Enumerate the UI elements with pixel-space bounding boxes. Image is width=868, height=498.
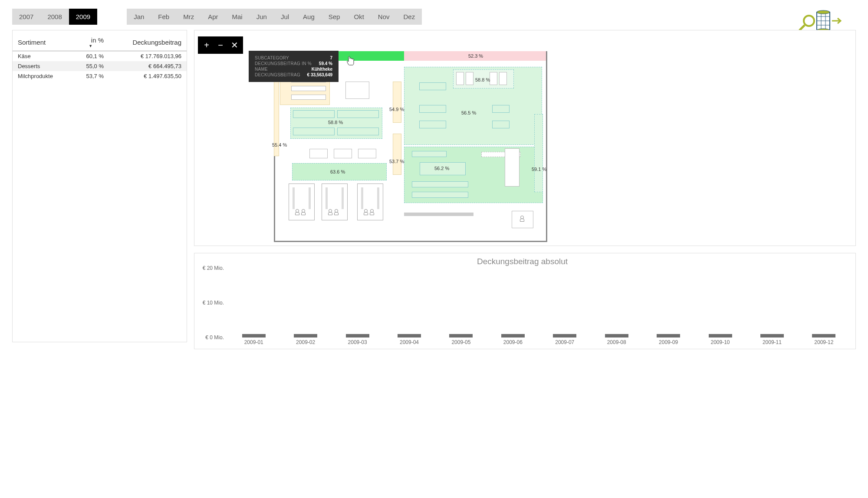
- table-row[interactable]: Milchprodukte 53,7 % € 1.497.635,50: [13, 71, 187, 81]
- cursor-icon: [346, 56, 355, 68]
- sortiment-table[interactable]: Sortiment in %▼ Deckungsbeitrag Käse 60,…: [13, 34, 187, 81]
- bar[interactable]: [594, 334, 639, 337]
- x-tick: 2009-02: [283, 339, 328, 345]
- zoom-controls: + − ✕: [198, 36, 243, 54]
- tooltip: SUBCATEGORY7 DECKUNGSBEITRAG IN %59.4 % …: [249, 51, 339, 82]
- year-filter-group: 2007 2008 2009: [12, 9, 97, 25]
- x-tick: 2009-04: [386, 339, 432, 345]
- month-mar-button[interactable]: Mrz: [176, 9, 201, 25]
- month-oct-button[interactable]: Okt: [347, 9, 371, 25]
- zone-59-1[interactable]: [534, 114, 543, 192]
- bar[interactable]: [386, 334, 432, 337]
- bar[interactable]: [438, 334, 484, 337]
- zone-label: 58.8 %: [475, 77, 490, 82]
- x-tick: 2009-10: [697, 339, 743, 345]
- filter-bar: 2007 2008 2009 Jan Feb Mrz Apr Mai Jun J…: [12, 9, 856, 25]
- zone-label: 54.9 %: [389, 107, 404, 112]
- x-tick: 2009-12: [801, 339, 847, 345]
- table-row[interactable]: Desserts 55,0 % € 664.495,73: [13, 61, 187, 71]
- month-jul-button[interactable]: Jul: [274, 9, 296, 25]
- zone-label: 56.2 %: [434, 166, 449, 171]
- info-desk[interactable]: [512, 211, 533, 228]
- month-aug-button[interactable]: Aug: [296, 9, 322, 25]
- checkout-3[interactable]: [357, 183, 383, 220]
- chart-title: Deckungsbeitrag absolut: [198, 257, 847, 266]
- svg-point-8: [804, 16, 814, 26]
- col-percent[interactable]: in %▼: [72, 34, 109, 51]
- x-tick: 2009-03: [335, 339, 380, 345]
- x-tick: 2009-01: [231, 339, 276, 345]
- x-tick: 2009-08: [594, 339, 639, 345]
- chart-deckungsbeitrag[interactable]: Deckungsbeitrag absolut € 20 Mio. € 10 M…: [194, 253, 856, 349]
- month-nov-button[interactable]: Nov: [371, 9, 397, 25]
- zone-label: 55.4 %: [272, 142, 287, 147]
- zoom-in-button[interactable]: +: [200, 38, 214, 52]
- year-2009-button[interactable]: 2009: [69, 9, 97, 25]
- svg-point-6: [817, 10, 830, 14]
- year-2007-button[interactable]: 2007: [12, 9, 40, 25]
- month-sep-button[interactable]: Sep: [322, 9, 347, 25]
- bar[interactable]: [801, 334, 847, 337]
- bar[interactable]: [697, 334, 743, 337]
- bar[interactable]: [231, 334, 276, 337]
- zoom-reset-button[interactable]: ✕: [227, 38, 241, 52]
- month-dec-button[interactable]: Dez: [397, 9, 422, 25]
- month-feb-button[interactable]: Feb: [151, 9, 176, 25]
- y-tick: € 20 Mio.: [203, 265, 224, 271]
- sortiment-table-panel: Sortiment in %▼ Deckungsbeitrag Käse 60,…: [12, 30, 187, 342]
- x-tick: 2009-09: [645, 339, 691, 345]
- bar[interactable]: [542, 334, 588, 337]
- zone-yellow[interactable]: [393, 82, 401, 123]
- month-jan-button[interactable]: Jan: [127, 9, 151, 25]
- bar[interactable]: [335, 334, 380, 337]
- month-may-button[interactable]: Mai: [225, 9, 250, 25]
- col-sortiment[interactable]: Sortiment: [13, 34, 72, 51]
- zone-label: 59.1 %: [532, 167, 546, 172]
- x-tick: 2009-05: [438, 339, 484, 345]
- month-jun-button[interactable]: Jun: [250, 9, 274, 25]
- x-tick: 2009-11: [749, 339, 795, 345]
- bar[interactable]: [283, 334, 328, 337]
- bar[interactable]: [749, 334, 795, 337]
- x-tick: 2009-07: [542, 339, 588, 345]
- checkout-2[interactable]: [322, 183, 348, 220]
- y-tick: € 0 Mio.: [205, 334, 224, 341]
- zoom-out-button[interactable]: −: [214, 38, 227, 52]
- zone-yellow[interactable]: [393, 134, 401, 175]
- month-apr-button[interactable]: Apr: [201, 9, 225, 25]
- y-tick: € 10 Mio.: [203, 300, 224, 306]
- zone-label: 56.5 %: [461, 110, 476, 115]
- checkout-1[interactable]: [289, 183, 315, 220]
- zone-label: 63.6 %: [330, 169, 345, 174]
- floorplan-visual[interactable]: + − ✕ SUBCATEGORY7 DECKUNGSBEITRAG IN %5…: [194, 30, 856, 246]
- bar[interactable]: [645, 334, 691, 337]
- svg-rect-0: [817, 12, 830, 30]
- year-2008-button[interactable]: 2008: [40, 9, 69, 25]
- zone-label: 53.7 %: [389, 159, 404, 164]
- zone-label: 58.8 %: [328, 120, 343, 125]
- bar[interactable]: [490, 334, 536, 337]
- table-row[interactable]: Käse 60,1 % € 17.769.013,96: [13, 51, 187, 62]
- col-deckungsbeitrag[interactable]: Deckungsbeitrag: [109, 34, 187, 51]
- x-tick: 2009-06: [490, 339, 536, 345]
- month-filter-group: Jan Feb Mrz Apr Mai Jun Jul Aug Sep Okt …: [127, 9, 422, 25]
